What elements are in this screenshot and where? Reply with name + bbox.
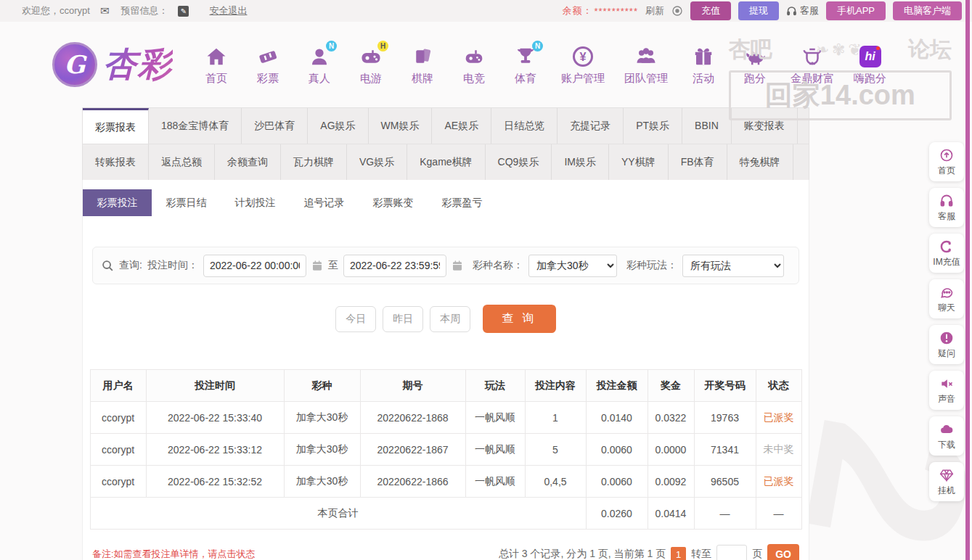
bet-time-label: 投注时间： bbox=[147, 259, 198, 272]
current-page-button[interactable]: 1 bbox=[671, 547, 686, 560]
chat-bubble-icon bbox=[939, 285, 954, 300]
tab-wm[interactable]: WM娱乐 bbox=[369, 108, 433, 144]
status-link[interactable]: 已派奖 bbox=[756, 402, 801, 434]
nav-item-egames[interactable]: H 电游 bbox=[355, 44, 387, 86]
refresh-button[interactable]: 刷新 bbox=[645, 4, 664, 17]
sidebar-item-chat[interactable]: 聊天 bbox=[929, 279, 964, 318]
gamepad-icon: H bbox=[359, 44, 383, 69]
hot-badge: H bbox=[377, 41, 388, 52]
mail-icon[interactable]: ✉ bbox=[100, 4, 110, 17]
time-from-input[interactable] bbox=[203, 255, 306, 277]
nav-item-account[interactable]: ¥ 账户管理 bbox=[561, 44, 605, 86]
team-icon bbox=[634, 44, 658, 69]
sidebar-item-service[interactable]: 客服 bbox=[929, 188, 964, 227]
yesterday-button[interactable]: 昨日 bbox=[383, 306, 423, 332]
summary-amount: 0.0260 bbox=[586, 498, 648, 530]
calendar-icon[interactable] bbox=[311, 260, 323, 271]
logout-link[interactable]: 安全退出 bbox=[209, 4, 247, 17]
sidebar-item-sound[interactable]: 声音 bbox=[929, 371, 964, 410]
status-link[interactable]: 已派奖 bbox=[756, 466, 801, 498]
table-row: ccorypt 2022-06-22 15:33:40 加拿大30秒 20220… bbox=[90, 402, 801, 434]
nav-item-live[interactable]: N 真人 bbox=[303, 44, 335, 86]
tab-cq9[interactable]: CQ9娱乐 bbox=[486, 144, 552, 180]
lottery-select[interactable]: 加拿大30秒 bbox=[528, 255, 617, 277]
col-prize: 奖金 bbox=[648, 370, 694, 402]
tab-vg[interactable]: VG娱乐 bbox=[347, 144, 407, 180]
tab-lottery-report[interactable]: 彩票报表 bbox=[83, 108, 149, 144]
goto-page-input[interactable] bbox=[716, 545, 747, 560]
nav-item-chess[interactable]: 棋牌 bbox=[407, 44, 438, 86]
tab-deposit-records[interactable]: 充提记录 bbox=[558, 108, 624, 144]
tab-rebate-total[interactable]: 返点总额 bbox=[149, 144, 215, 180]
subtab-plan-bets[interactable]: 计划投注 bbox=[221, 189, 290, 216]
tab-yy-chess[interactable]: YY棋牌 bbox=[609, 144, 669, 180]
tab-ag[interactable]: AG娱乐 bbox=[308, 108, 368, 144]
site-logo[interactable]: G 杏彩 bbox=[52, 42, 173, 87]
to-label: 至 bbox=[328, 259, 338, 272]
tab-ae[interactable]: AE娱乐 bbox=[432, 108, 491, 144]
tab-im[interactable]: IM娱乐 bbox=[552, 144, 609, 180]
tab-transfer-report[interactable]: 转账报表 bbox=[83, 144, 149, 180]
mute-speaker-icon bbox=[939, 376, 954, 391]
tab-daily-overview[interactable]: 日结总览 bbox=[491, 108, 558, 144]
nav-item-activity[interactable]: 活动 bbox=[687, 44, 719, 86]
table-header-row: 用户名 投注时间 彩种 期号 玩法 投注内容 投注金额 奖金 开奖号码 状态 bbox=[90, 370, 801, 402]
sidebar-item-question[interactable]: 疑问 bbox=[929, 325, 964, 364]
subtab-chase-records[interactable]: 追号记录 bbox=[290, 189, 359, 216]
headset-icon bbox=[786, 6, 797, 17]
sidebar-item-download[interactable]: 下载 bbox=[929, 416, 964, 456]
recharge-button[interactable]: 充值 bbox=[690, 1, 731, 20]
tab-188-sports[interactable]: 188金宝博体育 bbox=[149, 108, 242, 144]
time-to-input[interactable] bbox=[343, 255, 446, 277]
play-type-select[interactable]: 所有玩法 bbox=[682, 255, 784, 277]
gamepad-icon bbox=[462, 44, 486, 69]
nav-item-team[interactable]: 团队管理 bbox=[624, 44, 668, 86]
tab-kgame[interactable]: Kgame棋牌 bbox=[407, 144, 485, 180]
mobile-app-button[interactable]: 手机APP bbox=[826, 1, 886, 20]
tab-bbin[interactable]: BBIN bbox=[682, 108, 732, 144]
calendar-icon[interactable] bbox=[452, 260, 463, 271]
withdraw-button[interactable]: 提现 bbox=[738, 1, 779, 20]
report-tabs: 彩票报表 188金宝博体育 沙巴体育 AG娱乐 WM娱乐 AE娱乐 日结总览 充… bbox=[82, 107, 809, 180]
nav-item-lottery[interactable]: 彩票 bbox=[252, 44, 284, 86]
gift-icon bbox=[691, 44, 716, 69]
status-link[interactable]: 未中奖 bbox=[756, 434, 801, 466]
sidebar-item-home[interactable]: 首页 bbox=[929, 142, 964, 181]
eye-icon[interactable] bbox=[671, 5, 683, 17]
summary-status: — bbox=[756, 498, 801, 530]
arrow-up-circle-icon bbox=[939, 148, 954, 162]
tab-tetu-chess[interactable]: 特兔棋牌 bbox=[727, 144, 793, 180]
nav-item-esports[interactable]: 电竞 bbox=[458, 44, 490, 86]
nav-item-sports[interactable]: N 体育 bbox=[510, 44, 542, 86]
pc-client-button[interactable]: 电脑客户端 bbox=[893, 1, 962, 20]
tab-wali-chess[interactable]: 瓦力棋牌 bbox=[281, 144, 347, 180]
customer-service-link[interactable]: 客服 bbox=[786, 4, 819, 17]
today-button[interactable]: 今日 bbox=[335, 306, 376, 332]
new-badge: N bbox=[326, 41, 337, 52]
subtab-lottery-pnl[interactable]: 彩票盈亏 bbox=[428, 189, 497, 216]
welcome-text: 欢迎您，ccorypt bbox=[22, 4, 90, 17]
edit-icon[interactable]: ✎ bbox=[178, 6, 189, 17]
logo-emblem-icon: G bbox=[52, 42, 97, 87]
sidebar-item-autoplay[interactable]: 挂机 bbox=[929, 462, 964, 501]
tab-fb-sports[interactable]: FB体育 bbox=[669, 144, 727, 180]
this-week-button[interactable]: 本周 bbox=[430, 306, 470, 332]
search-icon bbox=[102, 260, 114, 272]
sidebar-item-im-recharge[interactable]: IM充值 bbox=[929, 234, 964, 273]
subtab-lottery-bets[interactable]: 彩票投注 bbox=[83, 189, 152, 216]
tab-shaba-sports[interactable]: 沙巴体育 bbox=[242, 108, 308, 144]
tab-balance-query[interactable]: 余额查询 bbox=[215, 144, 281, 180]
col-bet-time: 投注时间 bbox=[146, 370, 284, 402]
scrollbar-strip[interactable] bbox=[965, 0, 970, 560]
subtab-lottery-changes[interactable]: 彩票账变 bbox=[359, 189, 428, 216]
go-button[interactable]: GO bbox=[767, 544, 799, 560]
col-content: 投注内容 bbox=[525, 370, 586, 402]
pagination: 总计 3 个记录, 分为 1 页, 当前第 1 页 1 转至 页 GO bbox=[499, 544, 799, 560]
tab-pt[interactable]: PT娱乐 bbox=[624, 108, 682, 144]
nav-item-home[interactable]: 首页 bbox=[200, 44, 232, 86]
subtab-lottery-daily[interactable]: 彩票日结 bbox=[152, 189, 221, 216]
cards-icon bbox=[410, 44, 435, 69]
main-content: 彩票报表 188金宝博体育 沙巴体育 AG娱乐 WM娱乐 AE娱乐 日结总览 充… bbox=[82, 107, 809, 560]
table-row: ccorypt 2022-06-22 15:32:52 加拿大30秒 20220… bbox=[90, 466, 801, 498]
query-button[interactable]: 查 询 bbox=[483, 305, 555, 333]
